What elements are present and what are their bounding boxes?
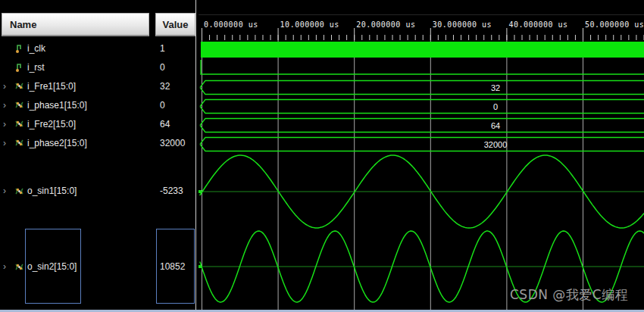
wave-i_clk [201,42,644,58]
expand-chevron-icon[interactable]: › [0,262,14,271]
signal-value: 0 [160,95,195,114]
signal-name: o_sin1[15:0] [27,186,77,196]
value-column-header[interactable]: Value [155,13,195,36]
signal-value: 0 [160,58,195,76]
signal-name: i_phase2[15:0] [27,138,87,148]
bus-signal-icon [14,100,25,110]
signal-row[interactable]: ›i_Fre2[15:0] [0,114,155,133]
panel-divider[interactable] [195,0,196,312]
ruler-time-label: 20.000000 us [356,20,415,29]
bus-signal-icon [14,186,25,196]
expand-chevron-icon[interactable]: › [0,139,14,148]
bus-value-label: 32000 [484,140,508,149]
expand-chevron-icon[interactable]: › [0,186,14,195]
waveform-viewer-window: Name Value i_clki_rst›i_Fre1[15:0]›i_pha… [0,0,644,312]
signal-row[interactable]: ›o_sin1[15:0] [0,153,155,229]
bus-signal-icon [14,138,25,148]
signal-value: -5233 [160,153,195,229]
ruler-time-label: 30.000000 us [433,20,492,29]
signal-name: i_Fre1[15:0] [27,81,76,92]
wave-bus-i_phase2[15:0] [200,138,644,151]
signal-name: i_Fre2[15:0] [27,119,76,129]
signal-row[interactable]: ›i_phase1[15:0] [0,95,155,114]
signal-value: 1 [160,39,195,58]
selection-box-value [156,229,195,304]
bus-value-label: 32 [491,83,500,92]
waveform-canvas[interactable]: 0.000000 us10.000000 us20.000000 us30.00… [199,0,644,312]
bus-value-label: 64 [491,121,500,130]
bus-signal-icon [14,119,25,129]
watermark: CSDN @我爱C编程 [510,286,644,304]
expand-chevron-icon[interactable]: › [0,120,14,129]
analog-start-marker [199,265,202,268]
wave-bus-i_phase1[15:0] [200,100,644,114]
scalar-signal-icon [14,62,25,72]
ruler-time-label: 50.000000 us [585,20,644,29]
waveform-panel: 0.000000 us10.000000 us20.000000 us30.00… [199,0,644,312]
bus-signal-icon [14,81,25,91]
signal-value: 32 [160,76,195,95]
signal-name: i_clk [27,43,45,54]
signal-name: i_phase1[15:0] [27,100,87,111]
signal-row[interactable]: i_rst [0,58,155,76]
ruler-time-label: 40.000000 us [508,20,567,29]
name-column-header[interactable]: Name [2,13,149,36]
selection-box-name [25,229,81,304]
signal-row[interactable]: i_clk [0,39,155,58]
bus-value-label: 0 [493,102,498,111]
signal-row[interactable]: ›i_Fre1[15:0] [0,76,155,95]
ruler-time-label: 0.000000 us [204,20,258,29]
ruler-time-label: 10.000000 us [280,20,339,29]
expand-chevron-icon[interactable]: › [0,101,14,110]
wave-bus-i_Fre1[15:0] [200,81,644,95]
bus-signal-icon [14,262,25,272]
signal-panel: Name Value i_clki_rst›i_Fre1[15:0]›i_pha… [0,0,199,312]
signal-value: 64 [160,114,195,133]
signal-value: 32000 [160,133,195,152]
wave-i_rst [201,60,644,74]
wave-bus-i_Fre2[15:0] [200,119,644,133]
expand-chevron-icon[interactable]: › [0,82,14,91]
ruler-top-border [199,14,644,15]
signal-row[interactable]: ›i_phase2[15:0] [0,133,155,152]
signal-name: i_rst [27,62,45,73]
scalar-signal-icon [14,43,25,53]
analog-start-marker [199,190,202,193]
